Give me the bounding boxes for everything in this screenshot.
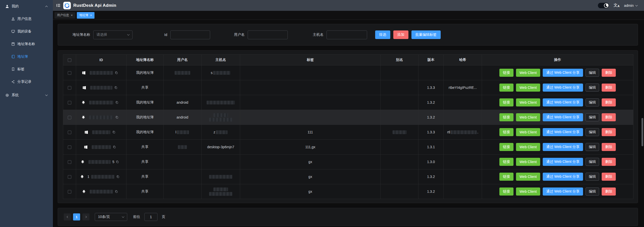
delete-button[interactable]: 删除 xyxy=(602,98,616,106)
share-via-web-client-button[interactable]: 通过 Web Client 分享 xyxy=(543,128,583,136)
copy-icon[interactable] xyxy=(115,190,118,193)
edit-button[interactable]: 编辑 xyxy=(586,113,599,121)
row-checkbox[interactable] xyxy=(68,190,71,194)
share-via-web-client-button[interactable]: 通过 Web Client 分享 xyxy=(543,98,583,106)
filter-button[interactable]: 筛选 xyxy=(375,30,390,39)
edit-button[interactable]: 编辑 xyxy=(586,84,599,92)
delete-button[interactable]: 删除 xyxy=(602,173,616,181)
copy-icon[interactable] xyxy=(112,130,116,134)
sidebar-item-分享记录[interactable]: 分享记录 xyxy=(0,75,53,88)
delete-button[interactable]: 删除 xyxy=(602,69,616,77)
redacted-text xyxy=(90,190,113,194)
address-book-name-cell: 共享 xyxy=(126,184,164,199)
row-checkbox[interactable] xyxy=(68,86,71,90)
edit-button[interactable]: 编辑 xyxy=(586,143,599,151)
goto-page-input[interactable] xyxy=(144,213,157,221)
sidebar-item-label: 系统 xyxy=(12,93,46,97)
hostname-cell: z xyxy=(202,125,240,140)
share-via-web-client-button[interactable]: 通过 Web Client 分享 xyxy=(543,84,583,92)
copy-icon[interactable] xyxy=(115,101,119,104)
batch-edit-tags-button[interactable]: 批量编辑标签 xyxy=(411,30,441,39)
copy-icon[interactable] xyxy=(116,175,120,178)
page-size-select[interactable]: 10条/页 xyxy=(95,213,127,221)
link-button[interactable]: 链接 xyxy=(499,113,513,121)
row-checkbox[interactable] xyxy=(68,175,71,179)
link-button[interactable]: 链接 xyxy=(499,187,513,196)
edit-button[interactable]: 编辑 xyxy=(586,158,599,166)
next-page-button[interactable] xyxy=(82,213,89,220)
row-checkbox[interactable] xyxy=(68,160,71,164)
web-client-button[interactable]: Web Client xyxy=(516,98,540,106)
version-cell: 1.3.2 xyxy=(418,95,444,110)
delete-button[interactable]: 删除 xyxy=(602,143,616,151)
add-button[interactable]: 添加 xyxy=(393,30,408,39)
username-input[interactable] xyxy=(248,30,288,39)
language-switch-icon[interactable]: 文A xyxy=(614,3,620,8)
select-all-checkbox[interactable] xyxy=(68,58,71,62)
delete-button[interactable]: 删除 xyxy=(602,158,616,166)
share-via-web-client-button[interactable]: 通过 Web Client 分享 xyxy=(543,158,583,166)
dark-mode-toggle[interactable] xyxy=(598,3,609,8)
sidebar-group-我的[interactable]: 我的 xyxy=(0,0,53,13)
sidebar-item-地址簿名称[interactable]: 地址簿名称 xyxy=(0,38,53,50)
copy-icon[interactable] xyxy=(115,116,119,119)
windows-icon xyxy=(82,86,86,90)
web-client-button[interactable]: Web Client xyxy=(516,187,540,196)
row-checkbox[interactable] xyxy=(68,145,71,149)
edit-button[interactable]: 编辑 xyxy=(586,128,599,136)
collapse-sidebar-icon[interactable] xyxy=(56,3,61,8)
close-icon[interactable]: × xyxy=(90,14,92,17)
share-via-web-client-button[interactable]: 通过 Web Client 分享 xyxy=(543,113,583,121)
link-button[interactable]: 链接 xyxy=(499,69,513,77)
copy-icon[interactable] xyxy=(115,71,118,74)
delete-button[interactable]: 删除 xyxy=(602,84,616,92)
link-button[interactable]: 链接 xyxy=(499,158,513,166)
edit-button[interactable]: 编辑 xyxy=(586,98,599,106)
delete-button[interactable]: 删除 xyxy=(602,113,616,121)
web-client-button[interactable]: Web Client xyxy=(516,113,540,121)
copy-icon[interactable] xyxy=(113,145,116,149)
copy-icon[interactable] xyxy=(116,160,119,164)
web-client-button[interactable]: Web Client xyxy=(516,69,540,77)
chevron-down-icon xyxy=(45,94,48,96)
sidebar-item-地址簿[interactable]: 地址簿 xyxy=(0,50,53,63)
copy-icon[interactable] xyxy=(114,86,118,89)
delete-button[interactable]: 删除 xyxy=(602,187,616,196)
web-client-button[interactable]: Web Client xyxy=(516,84,540,92)
share-via-web-client-button[interactable]: 通过 Web Client 分享 xyxy=(543,173,583,181)
hostname-input[interactable] xyxy=(327,30,367,39)
web-client-button[interactable]: Web Client xyxy=(516,173,540,181)
row-checkbox[interactable] xyxy=(68,131,71,134)
row-checkbox[interactable] xyxy=(68,101,71,104)
sidebar-item-用户信息[interactable]: 用户信息 xyxy=(0,13,53,25)
row-checkbox[interactable] xyxy=(68,116,71,119)
close-icon[interactable]: × xyxy=(71,14,73,17)
edit-button[interactable]: 编辑 xyxy=(586,173,599,181)
edit-button[interactable]: 编辑 xyxy=(586,187,599,196)
link-button[interactable]: 链接 xyxy=(499,84,513,92)
user-menu[interactable]: admin xyxy=(624,4,637,8)
link-button[interactable]: 链接 xyxy=(499,143,513,151)
share-via-web-client-button[interactable]: 通过 Web Client 分享 xyxy=(543,69,583,77)
sidebar-group-系统[interactable]: 系统 xyxy=(0,88,53,102)
id-input[interactable] xyxy=(170,30,210,39)
link-button[interactable]: 链接 xyxy=(499,173,513,181)
sidebar-item-标签[interactable]: 标签 xyxy=(0,63,53,75)
tab-地址簿[interactable]: 地址簿× xyxy=(77,12,95,19)
sidebar-item-我的设备[interactable]: 我的设备 xyxy=(0,25,53,38)
row-checkbox[interactable] xyxy=(68,71,71,75)
share-via-web-client-button[interactable]: 通过 Web Client 分享 xyxy=(543,143,583,151)
delete-button[interactable]: 删除 xyxy=(602,128,616,136)
web-client-button[interactable]: Web Client xyxy=(516,143,540,151)
link-button[interactable]: 链接 xyxy=(499,98,513,106)
prev-page-button[interactable] xyxy=(64,213,71,220)
address-book-select[interactable]: 请选择 xyxy=(93,30,133,39)
scrollbar-thumb[interactable] xyxy=(641,118,643,146)
web-client-button[interactable]: Web Client xyxy=(516,128,540,136)
tab-用户信息[interactable]: 用户信息× xyxy=(54,12,75,19)
edit-button[interactable]: 编辑 xyxy=(586,69,599,77)
page-1-button[interactable]: 1 xyxy=(73,213,80,220)
share-via-web-client-button[interactable]: 通过 Web Client 分享 xyxy=(543,187,583,196)
web-client-button[interactable]: Web Client xyxy=(516,158,540,166)
link-button[interactable]: 链接 xyxy=(499,128,513,136)
